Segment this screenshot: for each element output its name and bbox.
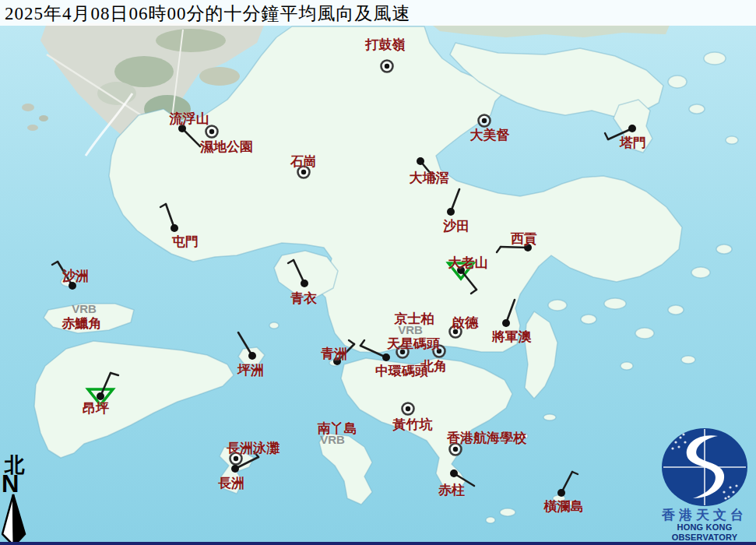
hko-logo-english: HONG KONG OBSERVATORY <box>655 522 754 543</box>
station-dot-peng-chau <box>248 352 256 360</box>
calm-station-dot-tai-mei-tuk <box>482 118 487 123</box>
wind-map-page: 打鼓嶺流浮山濕地公園石崗大美督塔門大埔滘沙田西貢大老山屯門沙洲VRB赤鱲角青衣坪… <box>0 0 756 545</box>
vrb-indicator-chek-lap-kok: VRB <box>72 302 97 315</box>
wind-barb-tick-green-island <box>349 340 354 344</box>
station-label-tates-cairn: 大老山 <box>448 254 488 272</box>
station-label-lau-fau-shan: 流浮山 <box>170 110 209 128</box>
wind-barb-peng-chau <box>238 332 252 356</box>
station-label-wong-chuk-hang: 黃竹坑 <box>393 416 433 434</box>
station-label-tai-po-kau: 大埔滘 <box>410 169 449 187</box>
calm-station-dot-wetland-park <box>209 129 214 134</box>
station-label-ta-kwu-ling: 打鼓嶺 <box>366 36 406 54</box>
station-dot-cheung-chau <box>231 465 239 473</box>
station-label-lamma-island: 南丫島 <box>318 420 357 438</box>
bottom-strip <box>0 542 756 545</box>
station-dot-waglan-island <box>557 489 565 497</box>
wind-barb-tick-tsing-yi <box>288 260 294 263</box>
station-label-wetland-park: 濕地公園 <box>200 138 253 156</box>
station-label-star-ferry-pier: 天星碼頭 <box>387 335 440 353</box>
wind-barb-tick-ngong-ping <box>111 373 118 375</box>
station-dot-tuen-mun <box>171 224 178 232</box>
station-label-hk-sea-school: 香港航海學校 <box>447 429 526 447</box>
station-label-shek-kong: 石崗 <box>290 153 317 171</box>
station-label-stanley: 赤柱 <box>438 481 465 499</box>
station-label-green-island: 青洲 <box>321 345 347 363</box>
station-label-peng-chau: 坪洲 <box>237 361 264 379</box>
station-label-tseung-kwan-o: 將軍澳 <box>492 328 532 346</box>
station-label-chek-lap-kok: 赤鱲角 <box>62 315 102 332</box>
calm-station-dot-ta-kwu-ling <box>385 64 389 69</box>
station-label-sha-chau: 沙洲 <box>62 267 89 285</box>
wind-barb-tick-tates-cairn <box>471 290 476 294</box>
station-dot-sha-tin <box>447 208 455 216</box>
page-title: 2025年4月08日06時00分的十分鐘平均風向及風速 <box>5 2 411 26</box>
calm-station-dot-wong-chuk-hang <box>406 406 410 411</box>
station-label-sai-kung: 西貢 <box>511 230 537 248</box>
station-label-tai-mei-tuk: 大美督 <box>470 126 510 144</box>
station-label-central-pier: 中環碼頭 <box>375 362 428 380</box>
station-label-cheung-chau-beach: 長洲泳灘 <box>227 439 280 457</box>
station-dot-central-pier <box>382 353 390 361</box>
wind-barb-tick-tap-mun <box>605 133 608 139</box>
hko-logo: 香港天文台 HONG KONG OBSERVATORY <box>655 427 754 543</box>
wind-barb-tick-waglan-island <box>572 472 578 474</box>
wind-barb-tick-central-pier <box>360 340 364 346</box>
station-label-sha-tin: 沙田 <box>443 217 469 235</box>
wind-barb-central-pier <box>360 346 386 357</box>
wind-barb-tick-sha-chau <box>52 262 58 265</box>
title-bar: 2025年4月08日06時00分的十分鐘平均風向及風速 <box>0 0 756 26</box>
station-label-tsing-yi: 青衣 <box>290 290 317 308</box>
station-label-cheung-chau: 長洲 <box>218 474 244 492</box>
calm-station-dot-hk-sea-school <box>453 447 458 452</box>
station-label-kai-tak: 啟德 <box>452 314 478 332</box>
station-label-ngong-ping: 昂坪 <box>83 399 109 417</box>
hko-logo-chinese: 香港天文台 <box>655 508 754 522</box>
station-dot-tseung-kwan-o <box>502 319 510 327</box>
station-dot-stanley <box>450 469 458 477</box>
station-label-tuen-mun: 屯門 <box>172 233 199 251</box>
station-dot-tsing-yi <box>301 280 308 287</box>
station-symbols-layer <box>0 0 756 545</box>
wind-barb-tick-sai-kung <box>497 247 501 252</box>
station-dot-tai-po-kau <box>417 157 424 165</box>
station-dot-tap-mun <box>628 125 636 132</box>
station-label-kings-park: 京士柏 <box>395 310 434 328</box>
north-arrow-icon <box>2 492 28 545</box>
station-label-waglan-island: 橫瀾島 <box>544 498 584 515</box>
station-label-tap-mun: 塔門 <box>620 134 646 152</box>
wind-barb-tick-tuen-mun <box>160 204 166 207</box>
hko-logo-icon <box>659 427 751 508</box>
